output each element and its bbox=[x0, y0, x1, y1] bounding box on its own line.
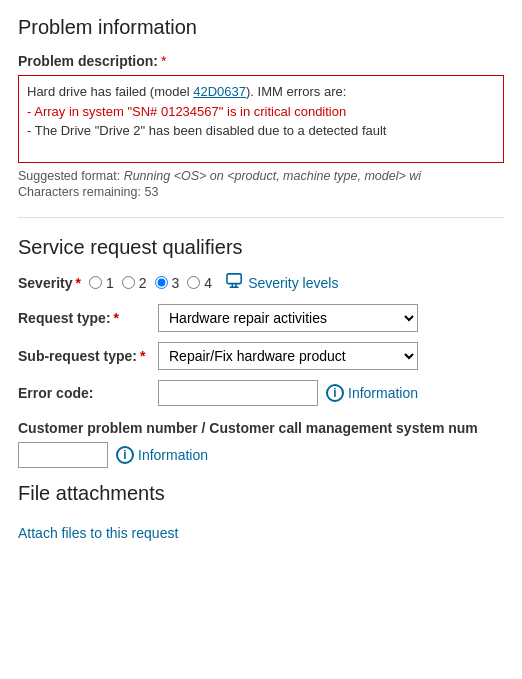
request-type-select[interactable]: Hardware repair activities bbox=[158, 304, 418, 332]
sub-request-type-select[interactable]: Repair/Fix hardware product bbox=[158, 342, 418, 370]
required-star-desc: * bbox=[161, 53, 166, 69]
error-code-row: Error code: i Information bbox=[18, 380, 504, 406]
request-type-label: Request type:* bbox=[18, 310, 158, 326]
attach-files-link[interactable]: Attach files to this request bbox=[18, 525, 178, 541]
severity-option-4[interactable]: 4 bbox=[187, 275, 218, 291]
problem-description-display: Hard drive has failed (model 42D0637). I… bbox=[18, 75, 504, 163]
monitor-icon bbox=[226, 273, 244, 292]
required-star-severity: * bbox=[75, 275, 80, 291]
customer-problem-label: Customer problem number / Customer call … bbox=[18, 420, 504, 436]
customer-info-icon: i bbox=[116, 446, 134, 464]
error-code-info-link[interactable]: i Information bbox=[326, 384, 418, 402]
file-attachments-title: File attachments bbox=[18, 482, 504, 505]
suggested-format: Suggested format: Running <OS> on <produ… bbox=[18, 169, 504, 183]
severity-label-4[interactable]: 4 bbox=[204, 275, 212, 291]
severity-option-1[interactable]: 1 bbox=[89, 275, 120, 291]
severity-radio-1[interactable] bbox=[89, 276, 102, 289]
severity-option-2[interactable]: 2 bbox=[122, 275, 153, 291]
request-type-row: Request type:* Hardware repair activitie… bbox=[18, 304, 504, 332]
problem-information-title: Problem information bbox=[18, 16, 504, 39]
sub-request-type-label: Sub-request type:* bbox=[18, 348, 158, 364]
customer-problem-row: i Information bbox=[18, 442, 504, 468]
error-code-input[interactable] bbox=[158, 380, 318, 406]
severity-label-2[interactable]: 2 bbox=[139, 275, 147, 291]
severity-label-1[interactable]: 1 bbox=[106, 275, 114, 291]
severity-levels-link[interactable]: Severity levels bbox=[226, 273, 338, 292]
customer-info-link[interactable]: i Information bbox=[116, 446, 208, 464]
severity-option-3[interactable]: 3 bbox=[155, 275, 186, 291]
problem-description-label: Problem description: bbox=[18, 53, 158, 69]
sub-request-type-row: Sub-request type:* Repair/Fix hardware p… bbox=[18, 342, 504, 370]
severity-radio-2[interactable] bbox=[122, 276, 135, 289]
severity-label-3[interactable]: 3 bbox=[172, 275, 180, 291]
required-star-request: * bbox=[114, 310, 119, 326]
severity-radio-4[interactable] bbox=[187, 276, 200, 289]
severity-label: Severity* bbox=[18, 275, 81, 291]
info-icon: i bbox=[326, 384, 344, 402]
file-attachments-section: File attachments Attach files to this re… bbox=[18, 482, 504, 541]
chars-remaining: Characters remaining: 53 bbox=[18, 185, 504, 199]
severity-radio-3[interactable] bbox=[155, 276, 168, 289]
section-divider bbox=[18, 217, 504, 218]
error-code-label: Error code: bbox=[18, 385, 158, 401]
customer-problem-section: Customer problem number / Customer call … bbox=[18, 420, 504, 468]
qualifiers-section-title: Service request qualifiers bbox=[18, 236, 504, 259]
required-star-subrequest: * bbox=[140, 348, 145, 364]
svg-rect-0 bbox=[227, 274, 241, 284]
customer-problem-input[interactable] bbox=[18, 442, 108, 468]
